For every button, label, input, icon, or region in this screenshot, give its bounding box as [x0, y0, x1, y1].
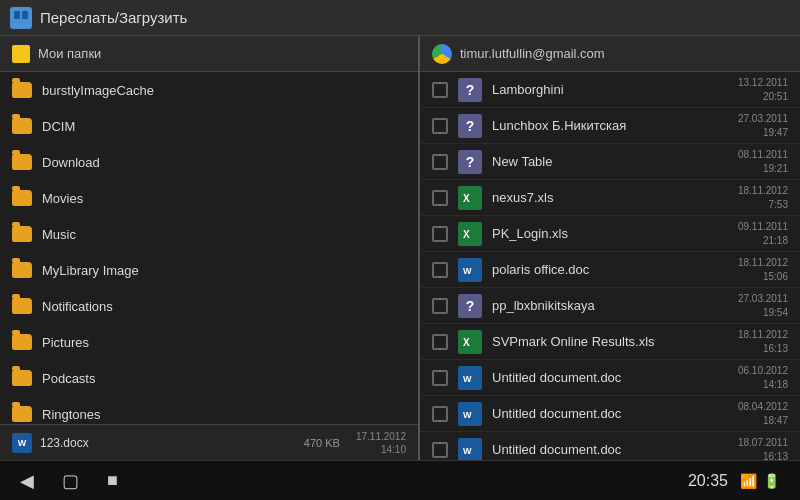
folder-icon [12, 298, 32, 314]
folder-name: burstlyImageCache [42, 83, 154, 98]
svg-rect-0 [14, 11, 20, 19]
file-name: PK_Login.xls [492, 226, 728, 241]
account-email: timur.lutfullin@gmail.com [460, 46, 605, 61]
file-checkbox[interactable] [432, 298, 448, 314]
folder-list[interactable]: burstlyImageCacheDCIMDownloadMoviesMusic… [0, 72, 418, 424]
file-name: Untitled document.doc [492, 370, 728, 385]
file-thumbnail: W [458, 402, 482, 426]
file-item[interactable]: WUntitled document.doc18.07.201116:13 [420, 432, 800, 460]
file-name: nexus7.xls [492, 190, 728, 205]
file-checkbox[interactable] [432, 190, 448, 206]
file-item[interactable]: ?New Table08.11.201119:21 [420, 144, 800, 180]
footer-filename: 123.docx [40, 436, 89, 450]
file-thumbnail: ? [458, 294, 482, 318]
folder-item[interactable]: Notifications [0, 288, 418, 324]
file-checkbox[interactable] [432, 370, 448, 386]
folder-name: Podcasts [42, 371, 95, 386]
folder-name: Music [42, 227, 76, 242]
title-bar-icon [10, 7, 32, 29]
folder-item[interactable]: Music [0, 216, 418, 252]
file-date: 27.03.201119:47 [738, 112, 788, 140]
folder-header-icon [12, 45, 30, 63]
folder-name: Ringtones [42, 407, 101, 422]
file-item[interactable]: ?Lunchbox Б.Никитская27.03.201119:47 [420, 108, 800, 144]
file-thumbnail: W [458, 258, 482, 282]
file-checkbox[interactable] [432, 406, 448, 422]
file-name: Untitled document.doc [492, 406, 728, 421]
file-thumbnail: ? [458, 78, 482, 102]
folder-name: Pictures [42, 335, 89, 350]
back-button[interactable]: ◀ [20, 470, 34, 492]
file-name: Untitled document.doc [492, 442, 728, 457]
svg-text:X: X [463, 337, 470, 348]
footer-filedate: 17.11.2012 14:10 [356, 430, 406, 456]
folder-icon [12, 118, 32, 134]
folder-item[interactable]: Pictures [0, 324, 418, 360]
folder-icon [12, 190, 32, 206]
file-date: 08.04.201218:47 [738, 400, 788, 428]
file-list[interactable]: ?Lamborghini13.12.201120:51?Lunchbox Б.Н… [420, 72, 800, 460]
folder-name: DCIM [42, 119, 75, 134]
file-item[interactable]: ?pp_lbxbnikitskaya27.03.201119:54 [420, 288, 800, 324]
folder-item[interactable]: Podcasts [0, 360, 418, 396]
folder-icon [12, 154, 32, 170]
file-item[interactable]: WUntitled document.doc06.10.201214:18 [420, 360, 800, 396]
file-date: 18.11.20127:53 [738, 184, 788, 212]
footer-file-icon: W [12, 433, 32, 453]
file-date: 09.11.201121:18 [738, 220, 788, 248]
footer-file: W 123.docx [12, 433, 89, 453]
file-name: SVPmark Online Results.xls [492, 334, 728, 349]
svg-text:X: X [463, 193, 470, 204]
title-bar-text: Переслать/Загрузить [40, 9, 187, 26]
folder-item[interactable]: MyLibrary Image [0, 252, 418, 288]
file-item[interactable]: WUntitled document.doc08.04.201218:47 [420, 396, 800, 432]
file-name: polaris office.doc [492, 262, 728, 277]
wifi-icon: 📶 [740, 473, 757, 489]
folder-name: Movies [42, 191, 83, 206]
recent-apps-button[interactable]: ■ [107, 470, 118, 491]
file-checkbox[interactable] [432, 118, 448, 134]
file-item[interactable]: XSVPmark Online Results.xls18.11.201216:… [420, 324, 800, 360]
file-checkbox[interactable] [432, 442, 448, 458]
file-name: Lamborghini [492, 82, 728, 97]
file-checkbox[interactable] [432, 334, 448, 350]
content-area: Мои папки burstlyImageCacheDCIMDownloadM… [0, 36, 800, 460]
folder-icon [12, 82, 32, 98]
file-checkbox[interactable] [432, 262, 448, 278]
file-item[interactable]: Wpolaris office.doc18.11.201215:06 [420, 252, 800, 288]
left-footer: W 123.docx 470 KB 17.11.2012 14:10 [0, 424, 418, 460]
home-button[interactable]: ▢ [62, 470, 79, 492]
svg-text:W: W [463, 410, 472, 420]
svg-rect-1 [22, 11, 28, 19]
left-panel-header: Мои папки [0, 36, 418, 72]
file-item[interactable]: Xnexus7.xls18.11.20127:53 [420, 180, 800, 216]
file-thumbnail: X [458, 330, 482, 354]
file-thumbnail: ? [458, 150, 482, 174]
status-icons: 📶 🔋 [740, 473, 780, 489]
file-item[interactable]: XPK_Login.xls09.11.201121:18 [420, 216, 800, 252]
status-bar: 20:35 📶 🔋 [688, 472, 780, 490]
file-date: 06.10.201214:18 [738, 364, 788, 392]
left-panel: Мои папки burstlyImageCacheDCIMDownloadM… [0, 36, 420, 460]
file-thumbnail: X [458, 222, 482, 246]
folder-item[interactable]: Movies [0, 180, 418, 216]
folder-item[interactable]: DCIM [0, 108, 418, 144]
nav-buttons: ◀ ▢ ■ [20, 470, 118, 492]
file-checkbox[interactable] [432, 154, 448, 170]
folder-item[interactable]: burstlyImageCache [0, 72, 418, 108]
file-date: 18.11.201216:13 [738, 328, 788, 356]
file-item[interactable]: ?Lamborghini13.12.201120:51 [420, 72, 800, 108]
folder-item[interactable]: Download [0, 144, 418, 180]
right-panel-header: timur.lutfullin@gmail.com [420, 36, 800, 72]
file-date: 13.12.201120:51 [738, 76, 788, 104]
folder-icon [12, 226, 32, 242]
svg-text:W: W [463, 266, 472, 276]
file-checkbox[interactable] [432, 82, 448, 98]
right-panel: timur.lutfullin@gmail.com ?Lamborghini13… [420, 36, 800, 460]
svg-text:W: W [463, 374, 472, 384]
folder-name: MyLibrary Image [42, 263, 139, 278]
folder-item[interactable]: Ringtones [0, 396, 418, 424]
folder-icon [12, 334, 32, 350]
svg-text:W: W [463, 446, 472, 456]
file-checkbox[interactable] [432, 226, 448, 242]
